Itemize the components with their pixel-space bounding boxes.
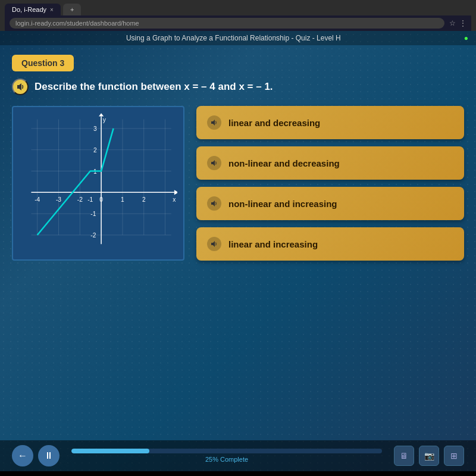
back-button[interactable]: ← <box>12 445 33 466</box>
address-input[interactable] <box>10 18 444 29</box>
tab-bar: Do, i-Ready × + <box>5 4 471 15</box>
svg-marker-32 <box>211 120 215 126</box>
answer-speaker-1[interactable] <box>207 115 221 130</box>
svg-text:-2: -2 <box>77 196 83 203</box>
pause-icon: ⏸ <box>44 450 54 461</box>
camera-button[interactable]: 📷 <box>419 446 439 466</box>
svg-text:2: 2 <box>142 196 146 203</box>
answer-label-3: non-linear and increasing <box>228 199 337 209</box>
svg-text:-4: -4 <box>35 196 40 203</box>
speaker-icon <box>16 83 24 91</box>
svg-marker-0 <box>17 83 21 90</box>
address-bar: ☆ ⋮ <box>5 15 471 31</box>
progress-bar-fill <box>71 449 149 453</box>
right-controls: 🖥 📷 ⊞ <box>394 446 464 466</box>
progress-section: 25% Complete <box>60 449 394 463</box>
browser-chrome: Do, i-Ready × + ☆ ⋮ <box>0 0 476 31</box>
progress-bar-container <box>71 449 382 453</box>
svg-text:-2: -2 <box>90 232 96 239</box>
grid-button[interactable]: ⊞ <box>444 446 464 466</box>
back-icon: ← <box>18 450 27 461</box>
svg-text:1: 1 <box>121 196 124 203</box>
progress-text: 25% Complete <box>205 456 248 463</box>
browser-icons: ☆ ⋮ <box>449 19 466 27</box>
status-dot: ● <box>464 34 468 42</box>
main-content: Using a Graph to Analyze a Functional Re… <box>0 31 476 471</box>
svg-text:-1: -1 <box>90 211 96 217</box>
svg-marker-35 <box>211 241 215 247</box>
content-row: -4 -3 -2 0 1 2 x -1 3 2 1 -1 -2 y <box>12 106 464 261</box>
svg-text:x: x <box>173 196 176 203</box>
svg-text:y: y <box>103 117 107 123</box>
svg-text:-3: -3 <box>56 196 61 203</box>
tab-label: Do, i-Ready <box>12 6 46 13</box>
page-title-bar: Using a Graph to Analyze a Functional Re… <box>0 31 476 45</box>
answer-button-3[interactable]: non-linear and increasing <box>196 187 464 220</box>
pause-button[interactable]: ⏸ <box>38 445 60 466</box>
svg-text:0: 0 <box>99 196 103 203</box>
svg-marker-16 <box>174 190 177 195</box>
page-title: Using a Graph to Analyze a Functional Re… <box>126 34 341 42</box>
answer-button-2[interactable]: non-linear and decreasing <box>196 146 464 180</box>
monitor-button[interactable]: 🖥 <box>394 446 414 466</box>
bottom-bar: ← ⏸ 25% Complete 🖥 📷 ⊞ <box>0 440 476 471</box>
nav-buttons: ← ⏸ <box>12 445 60 466</box>
tab-close-button[interactable]: × <box>50 7 54 13</box>
answer-label-1: linear and decreasing <box>228 118 320 128</box>
svg-marker-33 <box>211 160 215 166</box>
star-icon[interactable]: ☆ <box>449 19 456 27</box>
question-speaker-button[interactable] <box>12 79 29 95</box>
svg-marker-34 <box>211 201 215 206</box>
question-text: Describe the function between x = – 4 an… <box>35 81 273 93</box>
answer-speaker-4[interactable] <box>207 237 221 251</box>
quiz-container: Question 3 Describe the function between… <box>0 45 476 270</box>
speaker-icon-1 <box>211 119 218 126</box>
graph-container: -4 -3 -2 0 1 2 x -1 3 2 1 -1 -2 y <box>12 106 184 261</box>
answer-button-1[interactable]: linear and decreasing <box>196 106 464 139</box>
speaker-icon-3 <box>211 200 218 207</box>
monitor-icon: 🖥 <box>400 451 408 461</box>
grid-icon: ⊞ <box>450 451 458 461</box>
answer-button-4[interactable]: linear and increasing <box>196 227 464 261</box>
speaker-icon-2 <box>211 159 218 167</box>
answer-label-4: linear and increasing <box>228 239 318 249</box>
answer-options: linear and decreasing non-linear and dec… <box>196 106 464 261</box>
answer-speaker-2[interactable] <box>207 156 221 170</box>
new-tab-button[interactable]: + <box>63 4 81 15</box>
speaker-icon-4 <box>211 240 218 248</box>
menu-icon[interactable]: ⋮ <box>459 19 466 27</box>
active-tab[interactable]: Do, i-Ready × <box>5 4 61 15</box>
svg-text:-1: -1 <box>87 196 93 203</box>
svg-text:2: 2 <box>93 147 97 154</box>
answer-speaker-3[interactable] <box>207 196 221 211</box>
question-row: Describe the function between x = – 4 an… <box>12 79 464 95</box>
question-label: Question 3 <box>12 55 74 71</box>
svg-text:3: 3 <box>93 126 97 132</box>
camera-icon: 📷 <box>424 451 434 461</box>
function-graph: -4 -3 -2 0 1 2 x -1 3 2 1 -1 -2 y <box>19 113 177 253</box>
answer-label-2: non-linear and decreasing <box>228 158 340 168</box>
